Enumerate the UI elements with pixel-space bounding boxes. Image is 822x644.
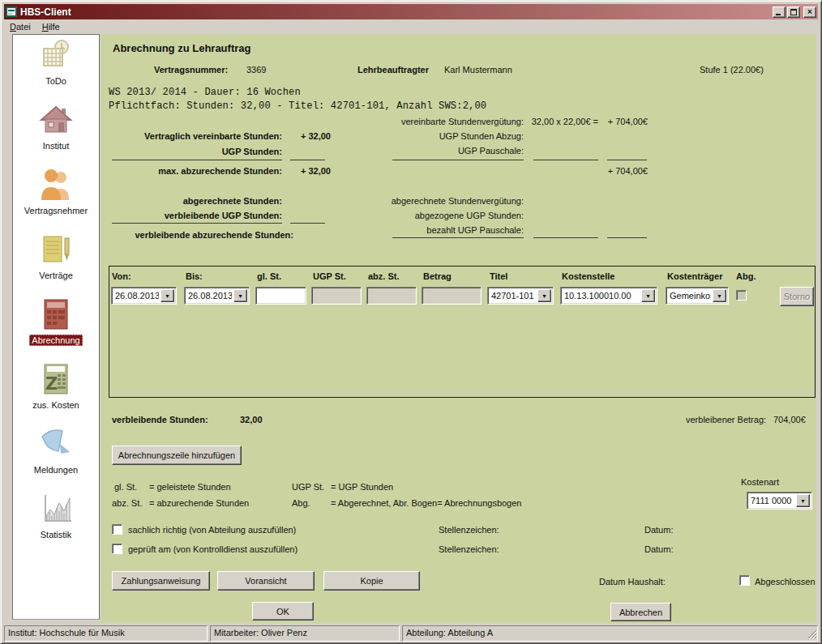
zahlungsanweisung-button[interactable]: Zahlungsanweisung bbox=[112, 571, 210, 591]
stellenzeichen-label: Stellenzeichen: bbox=[439, 544, 499, 554]
house-icon bbox=[38, 103, 74, 139]
chevron-down-icon[interactable]: ▼ bbox=[233, 289, 247, 302]
todo-calendar-clock-icon bbox=[38, 38, 74, 74]
sidebar-item-zus-kosten[interactable]: Z zus. Kosten bbox=[13, 362, 99, 411]
legend-abbr: Abg. bbox=[292, 498, 331, 508]
close-button[interactable]: × bbox=[803, 6, 816, 18]
sidebar-item-vertraege[interactable]: Verträge bbox=[13, 232, 99, 281]
calc-label: Vertraglich vereinbarte Stunden: bbox=[112, 131, 282, 141]
legend-def: = abzurechende Stunden bbox=[149, 498, 255, 508]
calc-value bbox=[292, 211, 331, 220]
voransicht-button[interactable]: Voransicht bbox=[217, 571, 315, 591]
close-icon: × bbox=[807, 8, 812, 16]
titlebar[interactable]: HBS-Client × bbox=[4, 4, 818, 19]
chart-icon bbox=[38, 492, 74, 527]
calc-row: bezahlt UGP Pauschale: bbox=[381, 225, 648, 235]
calc-row: abgerechnete Stunden: bbox=[112, 196, 331, 206]
ok-button[interactable]: OK bbox=[252, 602, 314, 621]
ugp-stunden-field bbox=[311, 287, 362, 305]
calc-label: UGP Pauschale: bbox=[381, 146, 524, 156]
maximize-icon bbox=[790, 9, 797, 15]
status-panel-institut: Institut: Hochschule für Musik bbox=[4, 625, 208, 642]
minimize-button[interactable] bbox=[773, 6, 786, 18]
app-icon bbox=[6, 6, 17, 17]
status-panel-mitarbeiter: Mitarbeiter: Oliver Penz bbox=[210, 625, 400, 642]
chevron-down-icon[interactable]: ▼ bbox=[641, 289, 655, 302]
remaining-hours-value: 32,00 bbox=[240, 415, 263, 424]
statusbar: Institut: Hochschule für Musik Mitarbeit… bbox=[4, 624, 818, 642]
calc-label: vereinbarte Stundenvergütung: bbox=[381, 117, 524, 126]
calc-row: vereinbarte Stundenvergütung:32,00 x 22,… bbox=[381, 117, 648, 126]
calc-label: verbleibende abzurechende Stunden: bbox=[112, 230, 293, 240]
menu-item-datei[interactable]: Datei bbox=[4, 20, 36, 33]
von-date-value: 26.08.2013 bbox=[112, 288, 159, 304]
sidebar-item-todo[interactable]: ToDo bbox=[13, 38, 99, 87]
abgerechnet-checkbox[interactable] bbox=[736, 290, 747, 301]
column-header-betrag: Betrag bbox=[423, 271, 452, 281]
kostenstelle-value: 10.13.100010.00 bbox=[561, 288, 640, 304]
sidebar-item-abrechnung[interactable]: Abrechnung bbox=[13, 297, 99, 346]
sidebar-item-label: Meldungen bbox=[32, 464, 79, 476]
vertragsnummer-value: 3369 bbox=[246, 65, 266, 75]
sidebar-item-statistik[interactable]: Statistik bbox=[13, 492, 99, 540]
status-panel-abteilung: Abteilung: Abteilung A bbox=[402, 625, 818, 642]
sidebar-item-label: Vertragsnehmer bbox=[23, 205, 89, 216]
window-title: HBS-Client bbox=[20, 6, 771, 18]
geprueft-am-checkbox[interactable] bbox=[112, 544, 122, 554]
geleistete-stunden-input[interactable] bbox=[255, 287, 306, 305]
calc-label: bezahlt UGP Pauschale: bbox=[381, 225, 524, 235]
chevron-down-icon[interactable]: ▼ bbox=[161, 289, 174, 302]
storno-button[interactable]: Storno bbox=[780, 287, 814, 306]
column-header-kostentraeger: Kostenträger bbox=[667, 271, 722, 281]
abgeschlossen-checkbox[interactable] bbox=[739, 575, 750, 586]
sidebar-item-vertragsnehmer[interactable]: Vertragsnehmer bbox=[13, 168, 99, 216]
geprueft-am-label: geprüft am (von Kontrolldienst auszufüll… bbox=[128, 544, 298, 554]
kostentraeger-combo[interactable]: Gemeinkosten ▼ bbox=[666, 287, 729, 305]
lehrbeauftragter-value: Karl Mustermann bbox=[444, 65, 512, 75]
kostenart-combo[interactable]: 7111 0000 ▼ bbox=[747, 492, 812, 510]
chevron-down-icon[interactable]: ▼ bbox=[713, 289, 726, 302]
calc-formula: 32,00 x 22,00€ = bbox=[530, 117, 598, 126]
sum-line bbox=[533, 160, 598, 160]
sidebar-item-label: Abrechnung bbox=[29, 335, 82, 346]
kostenstelle-combo[interactable]: 10.13.100010.00 ▼ bbox=[560, 287, 657, 305]
legend-def: = Abgerechnet, Abr. Bogen= Abrechnungsbo… bbox=[331, 498, 521, 508]
legend-abbr: UGP St. bbox=[292, 482, 331, 492]
maximize-button[interactable] bbox=[787, 6, 800, 18]
remaining-amount-label: verbleibener Betrag: bbox=[686, 415, 766, 424]
chevron-down-icon[interactable]: ▼ bbox=[537, 289, 551, 302]
sachlich-richtig-checkbox[interactable] bbox=[112, 524, 122, 535]
von-date-combo[interactable]: 26.08.2013 ▼ bbox=[111, 287, 177, 305]
sum-line bbox=[392, 160, 524, 160]
calc-row: + 704,00€ bbox=[381, 166, 648, 176]
datum-label: Datum: bbox=[644, 544, 673, 554]
abzurechende-stunden-field bbox=[366, 287, 417, 305]
people-icon bbox=[38, 168, 74, 203]
titel-combo[interactable]: 42701-101 ▼ bbox=[487, 287, 554, 305]
add-billing-row-button[interactable]: Abrechnungszeile hinzufügen bbox=[112, 446, 242, 465]
calc-row: UGP Stunden Abzug: bbox=[381, 131, 648, 141]
sum-line bbox=[607, 160, 647, 160]
sidebar-item-institut[interactable]: Institut bbox=[13, 103, 99, 151]
legend-row: abz. St. = abzurechende Stunden Abg. = A… bbox=[112, 498, 521, 508]
sum-line bbox=[112, 223, 282, 224]
sidebar-item-label: Verträge bbox=[37, 270, 75, 281]
stufe-label: Stufe 1 (22.00€) bbox=[700, 65, 764, 75]
datum-haushalt-label: Datum Haushalt: bbox=[599, 577, 666, 586]
page-title: Abrechnung zu Lehrauftrag bbox=[113, 42, 250, 54]
chevron-down-icon[interactable]: ▼ bbox=[796, 494, 810, 507]
calc-row: abgerechnete Stundenvergütung: bbox=[381, 196, 648, 206]
sum-line bbox=[533, 237, 598, 238]
menu-item-hilfe[interactable]: Hilfe bbox=[36, 20, 66, 33]
abbrechen-button[interactable]: Abbrechen bbox=[610, 603, 671, 621]
sidebar: ToDo Institut Vertragsnehmer Verträge Ab… bbox=[12, 34, 100, 620]
geleistete-stunden-input-field[interactable] bbox=[256, 288, 306, 304]
remaining-amount-value: 704,00€ bbox=[773, 415, 806, 424]
sidebar-item-meldungen[interactable]: Meldungen bbox=[13, 427, 99, 476]
kopie-button[interactable]: Kopie bbox=[323, 571, 420, 591]
remaining-hours-label: verbleibende Stunden: bbox=[112, 415, 208, 424]
calculator-z-icon: Z bbox=[38, 362, 74, 398]
menubar: Datei Hilfe bbox=[4, 19, 818, 34]
resize-grip[interactable] bbox=[807, 629, 817, 641]
bis-date-combo[interactable]: 26.08.2013 ▼ bbox=[184, 287, 250, 305]
